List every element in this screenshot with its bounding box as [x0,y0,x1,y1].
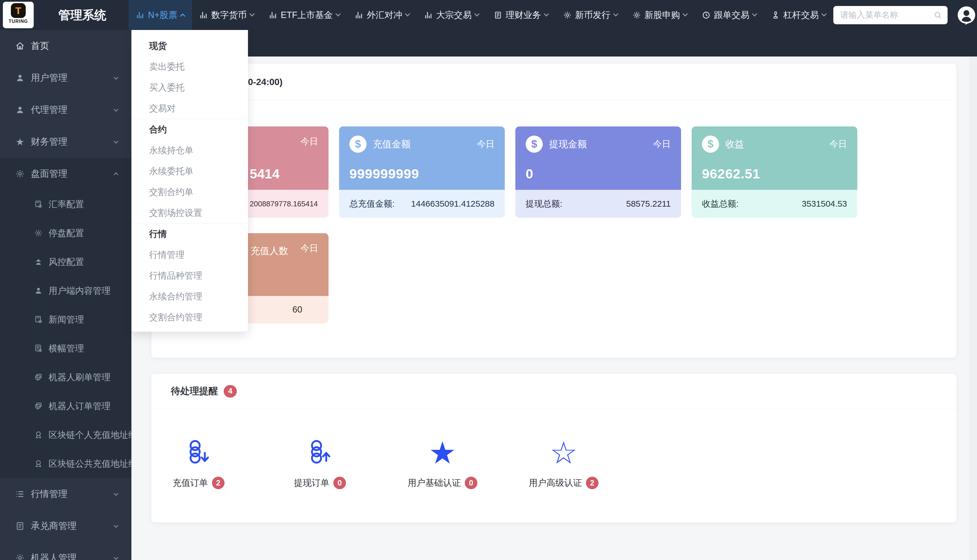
sidebar-subitem-robot-order-mgmt[interactable]: 机器人订单管理 [0,392,131,420]
chevron-down-icon [474,11,479,16]
sidebar-item-user-mgmt[interactable]: 用户管理 [0,62,131,94]
nav-item-copy-trade[interactable]: 跟单交易 [694,0,764,30]
chevron-down-icon [544,11,549,16]
stat-card-title: 收益 [725,138,744,151]
dropdown-item-quote-variety-mgmt[interactable]: 行情品种管理 [131,265,248,286]
sidebar-subitem-news-mgmt[interactable]: 新闻管理 [0,305,131,334]
stat-main-value: 999999999 [350,166,419,182]
nav-item-wealth[interactable]: 理财业务 [486,0,555,30]
pending-item-recharge-orders[interactable]: 充值订单 2 [172,434,224,489]
nav-item-forex[interactable]: 外汇对冲 [347,0,417,30]
today-tag: 今日 [653,138,671,150]
chevron-up-icon [180,13,185,18]
sidebar-item-acceptor-mgmt[interactable]: 承兑商管理 [0,510,131,542]
stat-total-value: 60 [293,296,302,323]
gear-icon [563,11,572,19]
nav-item-label: 外汇对冲 [367,9,402,21]
dropdown-item-buy-orders[interactable]: 买入委托 [131,77,248,98]
nav-item-block-trade[interactable]: 大宗交易 [417,0,486,30]
search-input[interactable] [833,6,948,24]
sidebar-expanded-group: 盘面管理 汇率配置 停盘配置 风控配置 用户端内容管理 新闻管理 [0,158,131,478]
dropdown-item-delivery-contracts[interactable]: 交割合约单 [131,182,248,202]
dollar-icon: $ [350,135,366,153]
menu-search [833,6,948,24]
pending-item-basic-kyc[interactable]: ★ 用户基础认证 0 [408,434,477,489]
stat-total-value: 3531504.53 [802,199,847,208]
dropdown-header-contract: 合约 [131,119,248,140]
star-outline-icon: ☆ [550,434,578,472]
sidebar-item-label: 代理管理 [31,103,67,116]
sidebar-subitem-exchange-rate[interactable]: 汇率配置 [0,190,131,218]
user-icon [14,105,26,115]
chevron-down-icon [613,11,618,16]
dropdown-item-perpetual-positions[interactable]: 永续持仓单 [131,140,248,161]
app-title: 管理系统 [58,0,106,30]
nav-item-label: 新股申购 [644,9,680,21]
dropdown-item-quote-mgmt[interactable]: 行情管理 [131,244,248,265]
chevron-up-icon [114,172,119,177]
document-icon [14,521,26,531]
sidebar-subitem-robot-wash-mgmt[interactable]: 机器人刷单管理 [0,363,131,392]
sidebar-item-home[interactable]: 首页 [0,30,131,62]
sidebar-item-robot-mgmt[interactable]: 机器人管理 [0,542,131,560]
nav-item-stocks[interactable]: N+股票 [129,0,192,30]
stat-total-value: 2008879778.165414 [250,190,318,218]
sidebar-subitem-banner-mgmt[interactable]: 横幅管理 [0,334,131,363]
dropdown-item-perpetual-orders[interactable]: 永续委托单 [131,161,248,182]
search-icon[interactable] [933,10,942,20]
pending-panel-header: 待处理提醒 4 [151,374,957,409]
pending-item-withdraw-orders[interactable]: 提现订单 0 [294,434,346,489]
pending-item-advanced-kyc[interactable]: ☆ 用户高级认证 2 [529,434,599,489]
dropdown-item-delivery-contract-mgmt[interactable]: 交割合约管理 [131,307,248,328]
pending-item-label: 用户基础认证 [408,477,461,489]
pending-item-label: 用户高级认证 [529,477,582,489]
pending-panel-title: 待处理提醒 [171,385,218,398]
dropdown-group-quotes: 行情 行情管理 行情品种管理 永续合约管理 交割合约管理 [131,223,248,328]
nav-item-etf[interactable]: ETF上市基金 [261,0,348,30]
sidebar-subitem-label: 横幅管理 [49,343,84,355]
dropdown-item-sell-orders[interactable]: 卖出委托 [131,56,248,77]
stat-main-value: 5414 [250,166,280,182]
nav-item-label: 大宗交易 [436,9,472,21]
scrollbar[interactable] [970,57,977,560]
sidebar-item-market-panel-mgmt[interactable]: 盘面管理 [0,158,131,190]
sidebar-item-agent-mgmt[interactable]: 代理管理 [0,94,131,126]
bar-chart-icon [269,11,278,19]
list-icon [14,489,26,499]
sidebar-subitem-halt-config[interactable]: 停盘配置 [0,218,131,247]
pending-count-badge: 0 [465,477,477,489]
chevron-down-icon [114,107,119,112]
sidebar-subitem-client-content[interactable]: 用户端内容管理 [0,276,131,305]
sidebar-subitem-risk-config[interactable]: 风控配置 [0,247,131,276]
sidebar-item-quote-mgmt[interactable]: 行情管理 [0,478,131,510]
spy-icon [33,257,44,266]
clock-icon [702,11,711,19]
stat-total-label: 提现总额: [525,198,562,210]
logo-mark-icon: T [11,3,26,18]
pending-item-label: 提现订单 [294,477,330,489]
dropdown-item-delivery-control[interactable]: 交割场控设置 [131,202,248,223]
sidebar-subitem-chain-public-address[interactable]: 区块链公共充值地址维护 [0,449,131,478]
chevron-down-icon [114,139,119,144]
chevron-down-icon [114,491,119,496]
dropdown-item-perpetual-contract-mgmt[interactable]: 永续合约管理 [131,286,248,307]
nav-item-new-coin[interactable]: 新币发行 [555,0,625,30]
nav-item-ipo[interactable]: 新股申购 [625,0,694,30]
sidebar-subitem-chain-personal-address[interactable]: 区块链个人充值地址维护 [0,420,131,449]
sql-doc-icon [33,200,44,208]
star-icon: ★ [14,136,26,148]
sidebar-subitem-label: 区块链个人充值地址维护 [49,429,131,441]
dropdown-item-trading-pairs[interactable]: 交易对 [131,98,248,119]
nav-item-crypto[interactable]: 数字货币 [192,0,261,30]
avatar[interactable] [956,5,977,25]
stats-panel-title: 0-24:00) [248,63,283,100]
sidebar-item-label: 承兑商管理 [31,520,77,532]
vip-badge-icon [33,430,44,439]
home-icon [14,41,26,51]
nav-item-label: N+股票 [148,9,177,21]
nav-item-leverage[interactable]: 杠杆交易 [764,0,833,30]
main-content: 0-24:00) 今日 5414 2008879778.165414 $ 充值金… [131,57,977,560]
stat-card-recharge: $ 充值金额 今日 999999999 总充值金额: 1446635091.41… [339,127,505,218]
bar-chart-icon [424,11,433,19]
sidebar-item-finance-mgmt[interactable]: ★ 财务管理 [0,126,131,158]
